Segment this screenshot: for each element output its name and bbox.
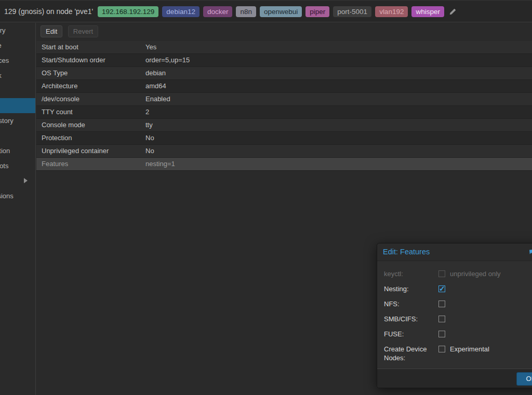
sidebar-item-label: Replication bbox=[0, 143, 10, 158]
dialog-tool-icon[interactable] bbox=[528, 249, 532, 256]
smb-cifs-checkbox[interactable] bbox=[438, 316, 445, 322]
table-row-os-type[interactable]: OS Typedebian bbox=[36, 67, 532, 80]
row-value: 2 bbox=[145, 106, 149, 118]
row-value: order=5,up=15 bbox=[145, 54, 190, 66]
row-label: Protection bbox=[42, 132, 72, 144]
field-label: SMB/CIFS: bbox=[384, 311, 418, 326]
table-row-dev-console[interactable]: /dev/consoleEnabled bbox=[36, 93, 532, 106]
tag-n8n[interactable]: n8n bbox=[236, 6, 256, 17]
sidebar-item-snapshots[interactable]: Snapshots bbox=[0, 158, 35, 173]
row-value: No bbox=[145, 132, 154, 144]
row-label: Features bbox=[42, 158, 68, 170]
expand-arrow-icon bbox=[24, 178, 28, 183]
sidebar-item-task-history[interactable]: Task History bbox=[0, 113, 35, 128]
edit-button[interactable]: Edit bbox=[41, 25, 62, 37]
row-value: debian bbox=[145, 67, 166, 79]
dialog-header[interactable]: Edit: Features bbox=[377, 243, 532, 261]
row-label: Start/Shutdown order bbox=[42, 54, 105, 66]
field-nesting: Nesting: bbox=[377, 281, 532, 296]
field-label: Nesting: bbox=[384, 281, 409, 296]
keyctl-checkbox[interactable] bbox=[438, 270, 445, 277]
field-label: NFS: bbox=[384, 296, 400, 311]
sidebar-item-backup[interactable]: Backup bbox=[0, 128, 35, 143]
sidebar-item-resources[interactable]: Resources bbox=[0, 53, 35, 68]
field-label: Create Device Nodes: bbox=[384, 342, 438, 362]
row-value: amd64 bbox=[145, 80, 166, 92]
sidebar-item-permissions[interactable]: Permissions bbox=[0, 188, 35, 203]
table-row-tty-count[interactable]: TTY count2 bbox=[36, 106, 532, 119]
sidebar-item-network[interactable]: Network bbox=[0, 68, 35, 83]
sidebar-item-replication[interactable]: Replication bbox=[0, 143, 35, 158]
sidebar-item-firewall[interactable]: Firewall bbox=[0, 173, 35, 188]
edit-tags-pencil-icon[interactable] bbox=[449, 8, 457, 16]
table-row-architecture[interactable]: Architectureamd64 bbox=[36, 80, 532, 93]
field-label: keyctl: bbox=[384, 266, 403, 281]
sidebar-item-label: Console bbox=[0, 38, 2, 53]
options-toolbar: Edit Revert bbox=[36, 23, 532, 41]
sidebar-item-label: Permissions bbox=[0, 188, 14, 203]
table-row-unprivileged[interactable]: Unprivileged containerNo bbox=[36, 145, 532, 158]
field-note: unprivileged only bbox=[450, 266, 501, 281]
sidebar-item-label: Task History bbox=[0, 113, 14, 128]
sidebar-item-console[interactable]: Console bbox=[0, 38, 35, 53]
row-label: OS Type bbox=[42, 67, 68, 79]
options-table: Start at bootYes Start/Shutdown orderord… bbox=[36, 41, 532, 171]
window-header: 129 (gnosis) on node 'pve1' 192.168.192.… bbox=[0, 0, 532, 22]
table-row-features[interactable]: Featuresnesting=1 bbox=[36, 158, 532, 171]
field-nfs: NFS: bbox=[377, 296, 532, 311]
row-value: Enabled bbox=[145, 93, 170, 105]
fuse-checkbox[interactable] bbox=[438, 331, 445, 337]
nesting-checkbox[interactable] bbox=[438, 285, 445, 292]
row-value: nesting=1 bbox=[145, 158, 175, 170]
field-smb-cifs: SMB/CIFS: bbox=[377, 311, 532, 326]
tag-piper[interactable]: piper bbox=[305, 6, 329, 17]
dialog-body: keyctl: unprivileged only Nesting: NFS: … bbox=[377, 261, 532, 369]
row-label: TTY count bbox=[42, 106, 73, 118]
field-keyctl: keyctl: unprivileged only bbox=[377, 266, 532, 281]
field-create-device-nodes: Create Device Nodes: Experimental bbox=[377, 342, 532, 365]
sidebar-item-summary[interactable]: Summary bbox=[0, 23, 35, 38]
sidebar-item-label: Network bbox=[0, 68, 2, 83]
sidebar-nav: Summary Console Resources Network DNS Op… bbox=[0, 23, 36, 395]
row-label: Console mode bbox=[42, 119, 85, 131]
sidebar-item-label: Snapshots bbox=[0, 158, 8, 173]
tag-whisper[interactable]: whisper bbox=[411, 6, 444, 17]
container-title: 129 (gnosis) on node 'pve1' bbox=[4, 1, 93, 22]
field-note: Experimental bbox=[450, 342, 489, 357]
table-row-startup-order[interactable]: Start/Shutdown orderorder=5,up=15 bbox=[36, 54, 532, 67]
row-value: Yes bbox=[145, 41, 156, 53]
tag-ip[interactable]: 192.168.192.129 bbox=[98, 6, 158, 17]
tag-list: 192.168.192.129 debian12 docker n8n open… bbox=[98, 6, 457, 17]
tag-openwebui[interactable]: openwebui bbox=[260, 6, 302, 17]
sidebar-item-label: Resources bbox=[0, 53, 9, 68]
edit-features-dialog: Edit: Features keyctl: unprivileged only… bbox=[377, 243, 532, 388]
table-row-start-at-boot[interactable]: Start at bootYes bbox=[36, 41, 532, 54]
tag-debian12[interactable]: debian12 bbox=[162, 6, 200, 17]
row-label: Unprivileged container bbox=[42, 145, 109, 157]
tag-port-5001[interactable]: port-5001 bbox=[333, 6, 371, 17]
ok-button[interactable]: OK bbox=[516, 372, 532, 386]
row-value: No bbox=[145, 145, 154, 157]
field-label: FUSE: bbox=[384, 326, 404, 342]
dialog-footer: OK bbox=[377, 369, 532, 388]
revert-button[interactable]: Revert bbox=[68, 25, 98, 37]
dialog-title: Edit: Features bbox=[383, 243, 430, 261]
table-row-protection[interactable]: ProtectionNo bbox=[36, 132, 532, 145]
field-fuse: FUSE: bbox=[377, 326, 532, 342]
sidebar-item-dns[interactable]: DNS bbox=[0, 83, 35, 98]
sidebar-item-options[interactable]: Options bbox=[0, 98, 35, 113]
table-row-console-mode[interactable]: Console modetty bbox=[36, 119, 532, 132]
row-value: tty bbox=[145, 119, 153, 131]
row-label: /dev/console bbox=[42, 93, 79, 105]
proxmox-container-options-page: { "header": { "title": "129 (gnosis) on … bbox=[0, 0, 532, 395]
sidebar-item-label: Summary bbox=[0, 23, 6, 38]
tag-vlan192[interactable]: vlan192 bbox=[375, 6, 408, 17]
nfs-checkbox[interactable] bbox=[438, 301, 445, 307]
row-label: Architecture bbox=[42, 80, 77, 92]
create-device-nodes-checkbox[interactable] bbox=[438, 346, 445, 352]
row-label: Start at boot bbox=[42, 41, 78, 53]
tag-docker[interactable]: docker bbox=[203, 6, 233, 17]
